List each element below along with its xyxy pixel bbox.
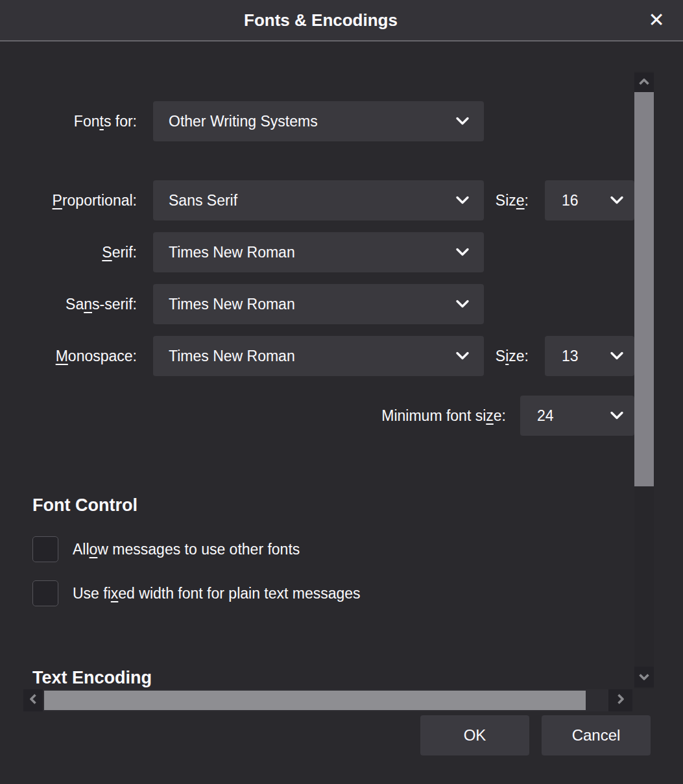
- proportional-size-dropdown[interactable]: 16: [545, 180, 634, 220]
- serif-value: Times New Roman: [169, 244, 455, 261]
- fonts-for-row: Fonts for: Other Writing Systems: [0, 101, 683, 141]
- vertical-scrollbar-thumb[interactable]: [634, 92, 654, 486]
- proportional-size-value: 16: [562, 192, 579, 209]
- chevron-up-icon: [638, 77, 650, 88]
- monospace-dropdown[interactable]: Times New Roman: [153, 336, 484, 376]
- horizontal-scrollbar-thumb[interactable]: [44, 691, 586, 710]
- text-encoding-heading: Text Encoding: [32, 668, 152, 688]
- monospace-size-dropdown[interactable]: 13: [545, 336, 634, 376]
- vertical-scrollbar[interactable]: [634, 71, 654, 689]
- allow-other-fonts-row: Allow messages to use other fonts: [32, 536, 300, 563]
- minimum-font-size-value: 24: [537, 407, 554, 425]
- fonts-for-value: Other Writing Systems: [169, 113, 455, 130]
- dialog-title: Fonts & Encodings: [0, 0, 641, 42]
- scroll-down-button[interactable]: [634, 667, 654, 687]
- chevron-down-icon: [455, 248, 470, 257]
- fixed-width-font-checkbox[interactable]: [32, 580, 58, 606]
- fonts-for-dropdown[interactable]: Other Writing Systems: [153, 101, 484, 141]
- chevron-down-icon: [455, 117, 470, 126]
- sans-serif-row: Sans-serif: Times New Roman: [0, 284, 683, 324]
- scroll-left-button[interactable]: [23, 689, 43, 711]
- serif-label: Serif:: [0, 232, 137, 272]
- chevron-right-icon: [617, 693, 624, 707]
- horizontal-scrollbar-track[interactable]: [43, 689, 608, 711]
- serif-row: Serif: Times New Roman: [0, 232, 683, 272]
- chevron-down-icon: [455, 196, 470, 205]
- scroll-right-button[interactable]: [608, 689, 632, 711]
- fonts-for-label: Fonts for:: [0, 101, 137, 141]
- ok-button[interactable]: OK: [420, 715, 529, 755]
- chevron-down-icon: [610, 411, 624, 420]
- proportional-value: Sans Serif: [169, 192, 455, 209]
- proportional-dropdown[interactable]: Sans Serif: [153, 180, 484, 220]
- monospace-row: Monospace: Times New Roman Size: 13: [0, 336, 683, 376]
- fonts-encodings-dialog: Fonts & Encodings ✕ Fonts for: Other Wri…: [0, 0, 683, 784]
- fixed-width-font-row: Use fixed width font for plain text mess…: [32, 580, 361, 607]
- proportional-size-label: Size:: [477, 180, 529, 220]
- proportional-row: Proportional: Sans Serif Size: 16: [0, 180, 683, 220]
- sans-serif-label: Sans-serif:: [0, 284, 137, 324]
- serif-dropdown[interactable]: Times New Roman: [153, 232, 484, 272]
- scroll-up-button[interactable]: [634, 73, 654, 92]
- proportional-label: Proportional:: [0, 180, 137, 220]
- allow-other-fonts-checkbox[interactable]: [32, 536, 58, 562]
- chevron-down-icon: [638, 671, 650, 683]
- fixed-width-font-label: Use fixed width font for plain text mess…: [73, 585, 361, 602]
- sans-serif-dropdown[interactable]: Times New Roman: [153, 284, 484, 324]
- monospace-size-label: Size:: [477, 336, 529, 376]
- titlebar: Fonts & Encodings ✕: [0, 0, 683, 42]
- minimum-font-size-label: Minimum font size:: [0, 396, 506, 436]
- allow-other-fonts-label: Allow messages to use other fonts: [73, 541, 300, 558]
- sans-serif-value: Times New Roman: [169, 296, 455, 313]
- horizontal-scrollbar[interactable]: [23, 689, 632, 711]
- cancel-button[interactable]: Cancel: [542, 715, 651, 755]
- font-control-heading: Font Control: [32, 495, 138, 516]
- close-icon[interactable]: ✕: [639, 3, 674, 38]
- chevron-down-icon: [610, 196, 624, 205]
- monospace-size-value: 13: [562, 348, 579, 365]
- monospace-value: Times New Roman: [169, 348, 455, 365]
- minimum-font-size-dropdown[interactable]: 24: [520, 396, 634, 436]
- monospace-label: Monospace:: [0, 336, 137, 376]
- minimum-font-size-row: Minimum font size: 24: [0, 396, 683, 436]
- chevron-down-icon: [455, 351, 470, 361]
- chevron-left-icon: [30, 693, 37, 707]
- chevron-down-icon: [610, 351, 624, 361]
- chevron-down-icon: [455, 300, 470, 309]
